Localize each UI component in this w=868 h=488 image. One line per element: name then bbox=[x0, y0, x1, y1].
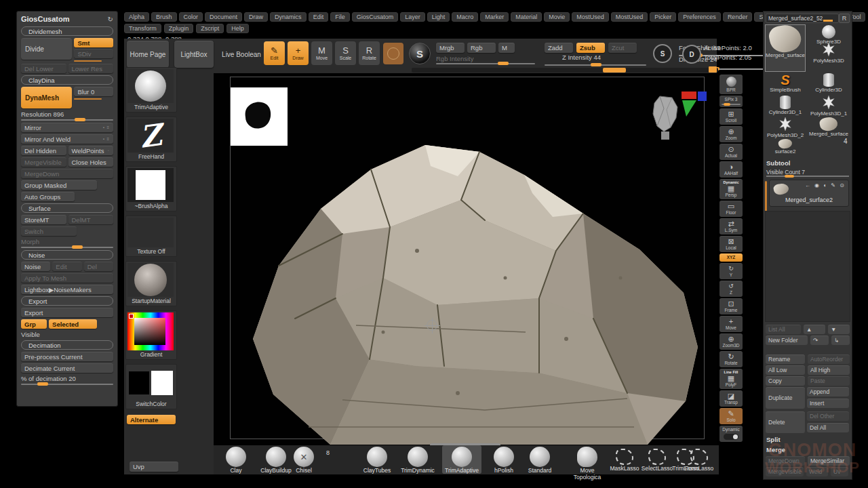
shelf-z[interactable]: ↺Z bbox=[719, 281, 743, 297]
weldpoints-button[interactable]: WeldPoints◦ bbox=[68, 146, 114, 155]
menu-file[interactable]: File bbox=[330, 12, 350, 22]
main-color-swatch[interactable] bbox=[128, 371, 150, 395]
delete-button[interactable]: Delete bbox=[766, 411, 805, 433]
smt-button[interactable]: Smt bbox=[74, 38, 113, 47]
z-intensity-slider[interactable] bbox=[545, 64, 646, 66]
shelf-transp[interactable]: ◪Transp bbox=[719, 390, 743, 407]
sub-slider[interactable] bbox=[74, 60, 101, 62]
tool-cylinder3d-1[interactable]: Cylinder3D_1 bbox=[765, 96, 806, 116]
rename-button[interactable]: Rename bbox=[766, 354, 805, 364]
trimadaptive-slot[interactable]: TrimAdaptive bbox=[125, 67, 177, 113]
menu-render[interactable]: Render bbox=[723, 12, 753, 22]
dynamic-toggle[interactable] bbox=[724, 434, 738, 440]
shelf-persp[interactable]: Dynamic▦Persp bbox=[719, 179, 743, 199]
brush-hpolish[interactable]: hPolish bbox=[484, 445, 524, 474]
group-export[interactable]: Export bbox=[21, 296, 113, 306]
tool-simplebrush[interactable]: SSimpleBrush bbox=[765, 73, 806, 94]
brush-trimadaptive[interactable]: TrimAdaptive bbox=[442, 445, 481, 474]
shelf-polyf[interactable]: Line Fill▦PolyF bbox=[719, 369, 743, 389]
document-canvas[interactable] bbox=[214, 75, 717, 445]
mirror-button[interactable]: Mirror▪ ≡ bbox=[21, 123, 113, 132]
shelf-rotate[interactable]: ↻Rotate bbox=[719, 351, 743, 367]
lightbox-button[interactable]: LightBox bbox=[174, 41, 214, 68]
duplicate-button[interactable]: Duplicate bbox=[766, 387, 805, 409]
dynamesh-button[interactable]: DynaMesh bbox=[21, 87, 72, 108]
append-button[interactable]: Append bbox=[807, 387, 849, 396]
subtool-scrollbar[interactable] bbox=[765, 181, 767, 214]
--button[interactable]: ▲ bbox=[804, 325, 825, 334]
morph-slider[interactable] bbox=[21, 247, 113, 248]
menu-picker[interactable]: Picker bbox=[650, 12, 676, 22]
pre-process-current-button[interactable]: Pre-process Current bbox=[21, 352, 113, 361]
gradient-material-button[interactable] bbox=[383, 43, 403, 64]
refresh-icon[interactable]: ↻ bbox=[108, 16, 113, 23]
mergedown-button[interactable]: MergeDown bbox=[766, 456, 805, 466]
decimate-current-button[interactable]: Decimate Current bbox=[21, 363, 113, 373]
texture-off-slot[interactable]: Texture Off bbox=[125, 216, 177, 257]
export-button[interactable]: Export bbox=[21, 308, 113, 317]
brush-chisel[interactable]: ✕Chisel bbox=[284, 445, 323, 474]
del-other-button[interactable]: Del Other bbox=[807, 411, 849, 421]
menu-draw[interactable]: Draw bbox=[244, 12, 268, 22]
spix-slider[interactable] bbox=[722, 104, 741, 105]
brush-standard[interactable]: Standard bbox=[520, 445, 559, 474]
lightbox-noisemakers-button[interactable]: Lightbox▶NoiseMakers bbox=[21, 285, 113, 294]
--button[interactable]: ↳ bbox=[831, 336, 850, 345]
sub-slider[interactable] bbox=[74, 98, 101, 100]
current-material-ball[interactable]: S bbox=[409, 43, 431, 64]
shelf-dynamic[interactable]: Dynamic bbox=[719, 426, 743, 442]
paint-rgb-button[interactable]: Rgb bbox=[467, 43, 496, 53]
close-holes-button[interactable]: Close Holes bbox=[68, 157, 114, 167]
shelf-xyz[interactable]: XYZ bbox=[719, 253, 743, 262]
tool-merged-surface[interactable]: Merged_surface bbox=[807, 117, 850, 138]
weld-button[interactable]: Weld bbox=[806, 467, 828, 476]
switchcolor-slot[interactable]: SwitchColor bbox=[125, 364, 177, 409]
brush-claytubes[interactable]: ClayTubes bbox=[357, 445, 397, 474]
brush-move-topologica[interactable]: Move Topologica bbox=[568, 445, 607, 481]
resolution-896-slider[interactable] bbox=[21, 119, 113, 121]
menu-document[interactable]: Document bbox=[205, 12, 242, 22]
live-boolean-button[interactable]: Live Boolean bbox=[219, 41, 264, 68]
menu-zscript[interactable]: Zscript bbox=[196, 24, 224, 33]
shelf-local[interactable]: ⊠Local bbox=[719, 236, 743, 252]
group-noise[interactable]: Noise bbox=[21, 250, 113, 260]
menu-light[interactable]: Light bbox=[427, 12, 450, 22]
draw-size-picker-icon[interactable]: D bbox=[682, 45, 701, 64]
menu-color[interactable]: Color bbox=[179, 12, 203, 22]
menu-mostused[interactable]: MostUsed bbox=[572, 12, 609, 22]
stroke-picker-icon[interactable]: S bbox=[653, 44, 672, 63]
tool-sphere3d[interactable]: Sphere3D bbox=[807, 25, 850, 41]
insert-button[interactable]: Insert bbox=[807, 399, 849, 408]
shelf-zoom[interactable]: ⊕Zoom bbox=[719, 126, 743, 142]
menu-movie[interactable]: Movie bbox=[544, 12, 570, 22]
paint-m-button[interactable]: M bbox=[498, 43, 515, 53]
subtool-item[interactable]: ← ◉ ◐ ✎ ⊙Merged_surface2 bbox=[769, 180, 849, 207]
apply-to-mesh-button[interactable]: Apply To Mesh bbox=[21, 273, 113, 283]
freehand-slot[interactable]: ZFreeHand bbox=[125, 117, 177, 162]
edit-button[interactable]: Edit bbox=[52, 262, 81, 271]
menu-material[interactable]: Material bbox=[511, 12, 542, 22]
menu-zplugin[interactable]: Zplugin bbox=[164, 24, 194, 33]
brush-trimdynamic[interactable]: TrimDynamic bbox=[398, 445, 437, 474]
slider-handle[interactable] bbox=[75, 118, 85, 121]
sculpt-zsub-button[interactable]: Zsub bbox=[576, 43, 605, 53]
switch-button[interactable]: Switch bbox=[21, 226, 77, 236]
paste-button[interactable]: Paste bbox=[808, 376, 850, 386]
tool-merged-surface[interactable]: Merged_surface bbox=[765, 24, 806, 72]
menu-layer[interactable]: Layer bbox=[400, 12, 425, 22]
shelf-scroll[interactable]: ⊞Scroll bbox=[719, 108, 743, 125]
slider-handle[interactable] bbox=[785, 175, 794, 178]
menu-macro[interactable]: Macro bbox=[452, 12, 478, 22]
slider-handle[interactable] bbox=[37, 382, 48, 386]
list-all-button[interactable]: List All bbox=[766, 325, 801, 334]
shelf-bpr[interactable]: BPR bbox=[719, 75, 743, 94]
sculpt-zcut-button[interactable]: Zcut bbox=[608, 43, 637, 53]
menu-gioscusatom[interactable]: GiosCusatom bbox=[352, 12, 399, 22]
subtool-list-area[interactable] bbox=[765, 211, 850, 322]
delmt-button[interactable]: DelMT bbox=[68, 215, 114, 224]
mergedown-button[interactable]: MergeDown bbox=[21, 169, 113, 178]
menu-edit[interactable]: Edit bbox=[309, 12, 329, 22]
group-claydina[interactable]: ClayDina bbox=[21, 75, 113, 85]
noise-button[interactable]: Noise bbox=[21, 262, 50, 271]
menu-marker[interactable]: Marker bbox=[480, 12, 509, 22]
